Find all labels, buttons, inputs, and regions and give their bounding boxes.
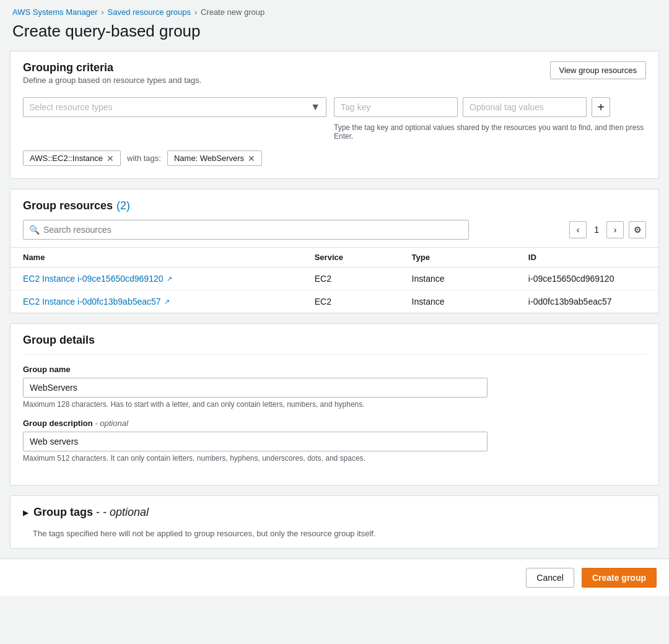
remove-tag-button[interactable]: ✕ <box>248 154 255 163</box>
group-name-form-group: Group name Maximum 128 characters. Has t… <box>23 365 646 409</box>
applied-tag-chip-label: Name: WebServers <box>174 154 244 163</box>
create-group-button[interactable]: Create group <box>582 568 657 588</box>
resource-type-chip: AWS::EC2::Instance ✕ <box>23 150 121 166</box>
select-resource-types-container: ▼ Select resource types <box>23 97 326 117</box>
optional-tag-values-input[interactable] <box>463 97 587 117</box>
cell-type: Instance <box>400 290 516 313</box>
footer: Cancel Create group <box>0 559 669 596</box>
cancel-button[interactable]: Cancel <box>526 568 574 588</box>
cell-type: Instance <box>400 268 516 290</box>
breadcrumb: AWS Systems Manager › Saved resource gro… <box>0 0 669 22</box>
group-details-title-row: Group details <box>11 324 658 354</box>
grouping-criteria-description: Define a group based on resource types a… <box>23 76 201 85</box>
search-resources-input[interactable] <box>23 220 469 240</box>
group-resources-title: Group resources <box>23 199 113 212</box>
remove-resource-type-button[interactable]: ✕ <box>107 154 114 163</box>
tag-key-input[interactable] <box>334 97 458 117</box>
grouping-criteria-header-left: Grouping criteria Define a group based o… <box>23 61 201 85</box>
pagination-current-page: 1 <box>589 225 604 235</box>
page-title: Create query-based group <box>0 22 669 51</box>
pagination-prev-button[interactable]: ‹ <box>569 221 587 238</box>
view-group-resources-button[interactable]: View group resources <box>550 61 647 79</box>
applied-tag-chip: Name: WebServers ✕ <box>167 150 262 166</box>
group-tags-expand-icon: ▶ <box>23 508 28 517</box>
external-link-icon: ↗ <box>167 275 172 283</box>
group-tags-title: Group tags - - optional <box>33 506 149 519</box>
search-icon: 🔍 <box>29 225 40 235</box>
select-resource-types[interactable] <box>23 97 326 117</box>
breadcrumb-current: Create new group <box>201 7 265 17</box>
group-resources-title-row: Group resources (2) <box>11 189 658 220</box>
search-pagination-row: 🔍 ‹ 1 › ⚙ <box>11 220 658 247</box>
grouping-criteria-card: Grouping criteria Define a group based o… <box>10 51 659 179</box>
resources-table: Name Service Type ID EC2 Instance i-09ce… <box>11 247 658 313</box>
cell-service: EC2 <box>302 268 400 290</box>
pagination-next-button[interactable]: › <box>606 221 624 238</box>
group-description-form-group: Group description - optional Maximum 512… <box>23 419 646 463</box>
col-header-id: ID <box>516 248 658 268</box>
tags-applied-row: AWS::EC2::Instance ✕ with tags: Name: We… <box>23 150 646 166</box>
col-header-type: Type <box>400 248 516 268</box>
grouping-body: ▼ Select resource types + Type the tag k… <box>11 87 658 178</box>
table-header-row: Name Service Type ID <box>11 248 658 268</box>
group-tags-header[interactable]: ▶ Group tags - - optional <box>11 496 658 529</box>
group-name-hint: Maximum 128 characters. Has to start wit… <box>23 400 646 409</box>
group-tags-description: The tags specified here will not be appl… <box>11 529 658 548</box>
group-tags-card: ▶ Group tags - - optional The tags speci… <box>10 495 659 549</box>
group-description-hint: Maximum 512 characters. It can only cont… <box>23 454 646 463</box>
breadcrumb-parent[interactable]: Saved resource groups <box>108 7 191 17</box>
tag-inputs: + Type the tag key and optional values s… <box>334 97 646 141</box>
pagination-controls: ‹ 1 › ⚙ <box>569 221 646 238</box>
cell-id: i-0d0fc13b9ab5eac57 <box>516 290 658 313</box>
resource-link[interactable]: EC2 Instance i-09ce15650cd969120 ↗ <box>23 274 290 284</box>
group-details-title: Group details <box>23 334 95 347</box>
group-resources-count: (2) <box>116 199 130 212</box>
table-row: EC2 Instance i-09ce15650cd969120 ↗ EC2 I… <box>11 268 658 290</box>
external-link-icon: ↗ <box>164 298 170 306</box>
tag-add-button[interactable]: + <box>592 97 610 117</box>
tag-hint: Type the tag key and optional values sha… <box>334 123 646 141</box>
resource-type-row: ▼ Select resource types + Type the tag k… <box>23 97 646 141</box>
col-header-name: Name <box>11 248 302 268</box>
group-description-label: Group description - optional <box>23 419 646 428</box>
cell-name: EC2 Instance i-0d0fc13b9ab5eac57 ↗ <box>11 290 302 313</box>
group-resources-card: Group resources (2) 🔍 ‹ 1 › ⚙ Name Servi… <box>10 189 659 313</box>
breadcrumb-sep-2: › <box>195 8 197 17</box>
group-name-input[interactable] <box>23 378 488 398</box>
group-name-label: Group name <box>23 365 646 374</box>
breadcrumb-root[interactable]: AWS Systems Manager <box>12 7 98 17</box>
table-settings-button[interactable]: ⚙ <box>629 221 646 238</box>
group-description-input[interactable] <box>23 432 488 451</box>
cell-id: i-09ce15650cd969120 <box>516 268 658 290</box>
group-details-card: Group details Group name Maximum 128 cha… <box>10 323 659 485</box>
with-tags-label: with tags: <box>127 154 161 163</box>
breadcrumb-sep-1: › <box>102 8 104 17</box>
table-row: EC2 Instance i-0d0fc13b9ab5eac57 ↗ EC2 I… <box>11 290 658 313</box>
group-details-body: Group name Maximum 128 characters. Has t… <box>11 355 658 485</box>
cell-name: EC2 Instance i-09ce15650cd969120 ↗ <box>11 268 302 290</box>
grouping-criteria-header: Grouping criteria Define a group based o… <box>11 51 658 87</box>
search-box: 🔍 <box>23 220 469 240</box>
col-header-service: Service <box>302 248 400 268</box>
resource-type-chip-label: AWS::EC2::Instance <box>30 154 103 163</box>
resource-link[interactable]: EC2 Instance i-0d0fc13b9ab5eac57 ↗ <box>23 297 290 307</box>
cell-service: EC2 <box>302 290 400 313</box>
grouping-criteria-title: Grouping criteria <box>23 61 201 74</box>
tag-inputs-row: + <box>334 97 610 117</box>
